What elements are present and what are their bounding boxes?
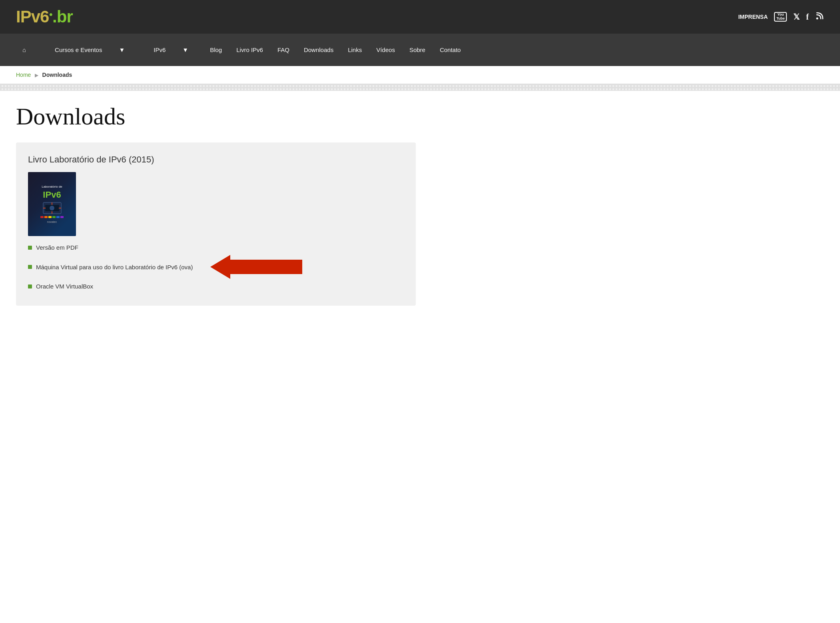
card-title: Livro Laboratório de IPv6 (2015): [28, 154, 404, 165]
header-right: IMPRENSA YouTube 𝕏 f: [738, 12, 824, 22]
site-logo[interactable]: IPv6●.br: [16, 7, 73, 26]
list-item: Oracle VM VirtualBox: [28, 283, 404, 290]
download-virtualbox-link[interactable]: Oracle VM VirtualBox: [36, 283, 93, 290]
red-arrow: [210, 255, 302, 279]
nav-contato[interactable]: Contato: [433, 40, 468, 60]
nav-links[interactable]: Links: [341, 40, 369, 60]
youtube-icon[interactable]: YouTube: [774, 12, 787, 22]
breadcrumb-home[interactable]: Home: [16, 72, 31, 78]
breadcrumb: Home ▶ Downloads: [0, 66, 840, 84]
top-header: IPv6●.br IMPRENSA YouTube 𝕏 f: [0, 0, 840, 34]
download-pdf-link[interactable]: Versão em PDF: [36, 244, 78, 251]
book-small-title: Laboratório de: [42, 185, 62, 189]
facebook-icon[interactable]: f: [806, 12, 809, 22]
downloads-card: Livro Laboratório de IPv6 (2015) Laborat…: [16, 142, 416, 306]
book-graphic: [39, 199, 65, 214]
page-title: Downloads: [16, 103, 824, 130]
twitter-icon[interactable]: 𝕏: [793, 12, 800, 22]
nav-home[interactable]: ⌂: [8, 34, 40, 66]
dropdown-arrow-ipv6: ▼: [175, 40, 196, 60]
home-icon: ⌂: [15, 40, 33, 60]
nav-bar: ⌂ Cursos e Eventos ▼ IPv6 ▼ Blog Livro I…: [0, 34, 840, 66]
nav-videos[interactable]: Vídeos: [369, 40, 402, 60]
divider-pattern: [0, 84, 840, 91]
main-content: Downloads Livro Laboratório de IPv6 (201…: [0, 91, 840, 322]
nav-ipv6[interactable]: IPv6 ▼: [139, 34, 203, 66]
list-item: Máquina Virtual para uso do livro Labora…: [28, 255, 404, 279]
breadcrumb-current: Downloads: [42, 72, 72, 78]
nav-livro[interactable]: Livro IPv6: [229, 40, 270, 60]
breadcrumb-separator: ▶: [35, 72, 40, 78]
nav-sobre[interactable]: Sobre: [402, 40, 433, 60]
arrow-head: [210, 255, 230, 279]
list-item: Versão em PDF: [28, 244, 404, 251]
list-bullet: [28, 284, 32, 288]
svg-point-3: [50, 206, 54, 210]
list-bullet: [28, 246, 32, 250]
imprensa-label: IMPRENSA: [738, 14, 768, 20]
nav-downloads[interactable]: Downloads: [297, 40, 341, 60]
book-big-title: IPv6: [43, 190, 61, 199]
nav-blog[interactable]: Blog: [203, 40, 229, 60]
rss-icon[interactable]: [815, 12, 824, 22]
list-bullet: [28, 265, 32, 269]
dropdown-arrow-cursos: ▼: [112, 40, 132, 60]
arrow-body: [230, 260, 302, 274]
nav-cursos-eventos[interactable]: Cursos e Eventos ▼: [40, 34, 139, 66]
book-thumbnail: Laboratório de IPv6: [28, 172, 76, 236]
nav-faq[interactable]: FAQ: [270, 40, 297, 60]
svg-point-0: [816, 17, 818, 19]
download-list: Versão em PDF Máquina Virtual para uso d…: [28, 244, 404, 290]
download-ova-link[interactable]: Máquina Virtual para uso do livro Labora…: [36, 264, 193, 270]
